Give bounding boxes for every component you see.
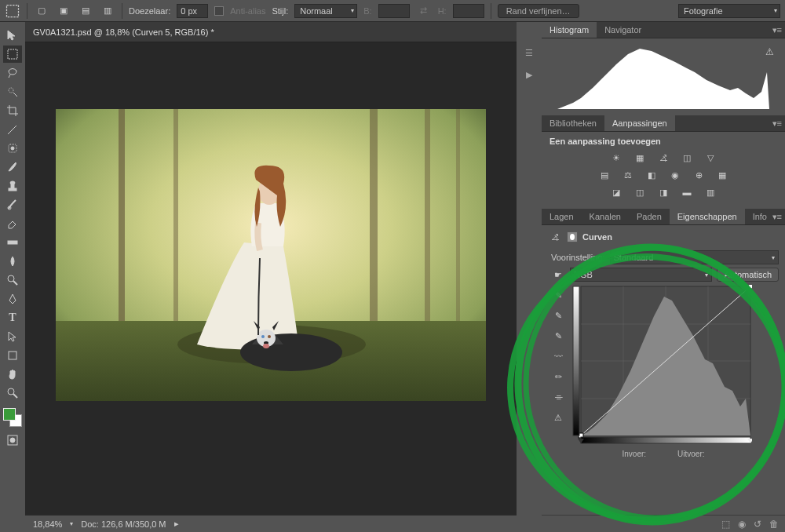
workspace-select[interactable]: Fotografie	[678, 4, 780, 18]
right-panels: Histogram Navigator ▾≡ ⚠ Bibliotheken Aa…	[542, 22, 785, 532]
status-bar: 18,84% ▾ Doc: 126,6 M/350,0 M ▸	[25, 515, 517, 532]
zoom-tool-icon[interactable]	[3, 384, 22, 402]
marquee-tool-icon[interactable]	[3, 46, 22, 63]
swap-wh-icon: ⇄	[416, 3, 432, 19]
svg-rect-11	[9, 352, 16, 359]
crop-tool-icon[interactable]	[3, 102, 22, 119]
subtract-selection-icon[interactable]: ▤	[78, 3, 93, 19]
curve-edit-icon[interactable]: 〰	[551, 349, 565, 363]
marquee-tool-icon[interactable]	[5, 3, 20, 19]
actions-panel-icon[interactable]: ▶	[520, 67, 538, 82]
gradient-tool-icon[interactable]	[3, 234, 22, 251]
zoom-value[interactable]: 18,84%	[33, 519, 62, 529]
pen-tool-icon[interactable]	[3, 290, 22, 308]
brightness-adjust-icon[interactable]: ☀	[609, 151, 623, 165]
histogram-tab[interactable]: Histogram	[542, 22, 597, 38]
height-label: H:	[438, 6, 447, 16]
invert-adjust-icon[interactable]: ◪	[609, 185, 623, 199]
hue-adjust-icon[interactable]: ▤	[597, 168, 612, 182]
quick-select-tool-icon[interactable]	[3, 83, 22, 100]
document-tab[interactable]: GV0A1321.psd @ 18,8% (Curven 5, RGB/16) …	[33, 27, 214, 37]
finger-icon[interactable]: ☛	[551, 268, 565, 282]
histogram-warning-icon[interactable]: ⚠	[765, 46, 774, 57]
panel-menu-icon[interactable]: ▾≡	[772, 118, 782, 129]
history-panel-icon[interactable]: ☰	[520, 46, 538, 60]
style-select[interactable]: Normaal	[294, 4, 357, 18]
navigator-tab[interactable]: Navigator	[597, 22, 649, 38]
add-selection-icon[interactable]: ▣	[56, 3, 71, 19]
curves-adjust-icon[interactable]: ⦨	[656, 151, 670, 165]
threshold-adjust-icon[interactable]: ◨	[656, 185, 670, 199]
svg-rect-9	[8, 241, 17, 244]
lagen-tab[interactable]: Lagen	[542, 209, 582, 224]
paden-tab[interactable]: Paden	[629, 209, 670, 224]
new-selection-icon[interactable]: ▢	[34, 3, 49, 19]
aanpassingen-tab[interactable]: Aanpassingen	[604, 115, 675, 131]
auto-button[interactable]: Automatisch	[717, 268, 779, 282]
brush-tool-icon[interactable]	[3, 159, 22, 176]
eigenschappen-tab[interactable]: Eigenschappen	[670, 209, 745, 224]
svg-rect-39	[748, 285, 752, 289]
gradient-map-icon[interactable]: ▬	[680, 185, 694, 199]
dodge-tool-icon[interactable]	[3, 271, 22, 289]
type-tool-icon[interactable]: T	[3, 309, 22, 326]
options-icon[interactable]: ⚠	[551, 410, 565, 425]
move-tool-icon[interactable]	[3, 27, 22, 44]
exposure-adjust-icon[interactable]: ◫	[680, 151, 694, 165]
channel-select[interactable]: RGB	[570, 268, 712, 282]
balance-adjust-icon[interactable]: ⚖	[621, 168, 635, 182]
feather-input[interactable]	[177, 4, 208, 18]
status-chevron-icon[interactable]: ▸	[174, 519, 179, 529]
svg-point-27	[268, 335, 271, 338]
quick-mask-icon[interactable]	[3, 432, 22, 449]
histogram-graph	[551, 45, 776, 109]
smooth-icon[interactable]: ⌯	[551, 390, 565, 404]
height-input	[453, 4, 484, 18]
svg-point-12	[8, 388, 14, 395]
lasso-tool-icon[interactable]	[3, 64, 22, 82]
posterize-adjust-icon[interactable]: ◫	[633, 185, 647, 199]
properties-panel: ⦨ Curven Voorinstelling: Standaard ☛ RGB…	[542, 225, 785, 532]
kanalen-tab[interactable]: Kanalen	[582, 209, 629, 224]
bw-adjust-icon[interactable]: ◧	[644, 168, 659, 182]
photo-filter-icon[interactable]: ◉	[668, 168, 682, 182]
shape-tool-icon[interactable]	[3, 347, 22, 364]
channel-mixer-icon[interactable]: ⊕	[692, 168, 706, 182]
antialias-checkbox[interactable]	[214, 6, 224, 16]
clip-icon[interactable]: ⬚	[721, 519, 730, 530]
mask-kind-icon[interactable]	[567, 231, 578, 242]
history-brush-tool-icon[interactable]	[3, 196, 22, 213]
curves-graph[interactable]	[571, 285, 752, 445]
properties-kind: Curven	[582, 232, 612, 242]
path-select-tool-icon[interactable]	[3, 328, 22, 345]
intersect-selection-icon[interactable]: ▥	[100, 3, 115, 19]
view-previous-icon[interactable]: ◉	[738, 519, 746, 530]
blur-tool-icon[interactable]	[3, 253, 22, 270]
panel-menu-icon[interactable]: ▾≡	[772, 25, 782, 35]
eraser-tool-icon[interactable]	[3, 215, 22, 232]
heal-tool-icon[interactable]	[3, 140, 22, 157]
eyedropper-tool-icon[interactable]	[3, 121, 22, 138]
reset-icon[interactable]: ↺	[754, 519, 761, 530]
hand-tool-icon[interactable]	[3, 366, 22, 383]
width-label: B:	[363, 6, 371, 16]
eyedropper-black-icon[interactable]: ✎	[551, 288, 565, 302]
canvas[interactable]	[56, 109, 486, 401]
refine-edge-button[interactable]: Rand verfijnen…	[498, 4, 579, 18]
delete-icon[interactable]: 🗑	[769, 519, 779, 530]
foreground-background-colors[interactable]	[3, 408, 22, 427]
levels-adjust-icon[interactable]: ▦	[633, 151, 647, 165]
preset-select[interactable]: Standaard	[610, 250, 780, 264]
stamp-tool-icon[interactable]	[3, 177, 22, 195]
eyedropper-gray-icon[interactable]: ✎	[551, 308, 565, 322]
pencil-icon[interactable]: ✏	[551, 370, 565, 384]
vibrance-adjust-icon[interactable]: ▽	[703, 151, 717, 165]
info-tab[interactable]: Info	[745, 209, 775, 224]
lut-adjust-icon[interactable]: ▦	[715, 168, 729, 182]
histogram-panel: ⚠	[542, 38, 785, 115]
zoom-chevron-icon[interactable]: ▾	[70, 520, 73, 527]
bibliotheken-tab[interactable]: Bibliotheken	[542, 115, 604, 131]
eyedropper-white-icon[interactable]: ✎	[551, 329, 565, 343]
panel-menu-icon[interactable]: ▾≡	[772, 212, 782, 222]
selective-color-icon[interactable]: ▥	[703, 185, 717, 199]
